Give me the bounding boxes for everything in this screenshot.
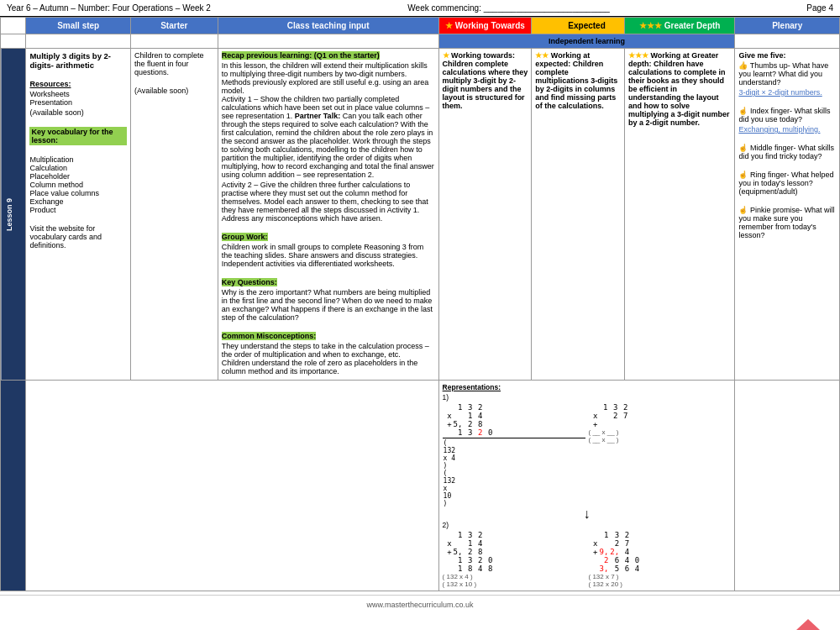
rep1-label: 1) bbox=[443, 393, 732, 402]
indep-header-row: Independent learning bbox=[1, 34, 840, 49]
middle-text: ☝ Middle finger- What skills did you fin… bbox=[738, 144, 836, 160]
smallstep-header: Small step bbox=[26, 18, 131, 34]
misconceptions-text: They understand the steps to take in the… bbox=[222, 342, 435, 375]
rep2-left: 132 x14 +5,28 1320 1848 ( 132 x 4 )( 132… bbox=[443, 531, 585, 588]
logo-icon: Master The Curriculum bbox=[783, 617, 833, 630]
intro-text: In this lesson, the children will extend… bbox=[222, 61, 435, 179]
blank-annot: ( __ x __ )( __ x __ ) bbox=[589, 428, 732, 444]
rep1-left: 132 x14 +5,28 1320 ( 132 x 4 )( 132 x 10… bbox=[443, 403, 585, 507]
expected-header: ★★ Expected bbox=[532, 18, 625, 34]
digit-link: 3-digit × 2-digit numbers. bbox=[738, 88, 836, 97]
working-towards-cell: ★ Working towards: Children complete cal… bbox=[438, 49, 532, 381]
representations-area: Representations: 1) 132 x14 +5,28 1320 bbox=[443, 383, 732, 588]
rep1-area: 132 x14 +5,28 1320 ( 132 x 4 )( 132 x 10… bbox=[443, 403, 732, 507]
calc2-right-annot: ( 132 x 7 )( 132 x 20 ) bbox=[589, 573, 732, 588]
group-work-label: Group Work: bbox=[222, 233, 435, 241]
plenary-header: Plenary bbox=[735, 18, 840, 34]
expected-star: ★★ bbox=[551, 21, 566, 30]
plenary-cell: Give me five: 👍 Thumbs up- What have you… bbox=[735, 49, 840, 381]
expected-label: ★★ Working at expected: Children complet… bbox=[535, 51, 621, 110]
greater-header: ★★★ Greater Depth bbox=[624, 18, 734, 34]
lesson-number: Lesson 9 bbox=[1, 49, 26, 381]
lesson-col-bottom bbox=[1, 381, 26, 591]
rep1-right: 132 x27 + ( __ x __ )( __ x __ ) bbox=[589, 403, 732, 507]
resources-label: Resources: bbox=[29, 80, 127, 88]
visit-text: Visit the website for vocabulary cards a… bbox=[29, 224, 127, 249]
rep-spacer bbox=[26, 381, 438, 591]
starter-available: (Available soon) bbox=[134, 87, 214, 95]
thumbs-text: 👍 Thumbs up- What have you learnt? What … bbox=[738, 61, 836, 87]
starter-header: Starter bbox=[130, 18, 218, 34]
logo-area: Master The Curriculum bbox=[0, 614, 840, 630]
rep2-area: 132 x14 +5,28 1320 1848 ( 132 x 4 )( 132… bbox=[443, 531, 732, 588]
page-header: Year 6 – Autumn – Number: Four Operation… bbox=[0, 0, 840, 17]
key-q-text: Why is the zero important? What numbers … bbox=[222, 288, 435, 322]
activity2-text: Activity 2 – Give the children three fur… bbox=[222, 181, 435, 223]
rep2-label: 2) bbox=[443, 521, 732, 529]
starter-cell: Children to complete the fluent in four … bbox=[130, 49, 218, 381]
recap-highlight: Recap previous learning: (Q1 on the star… bbox=[222, 51, 380, 60]
vocab-list: MultiplicationCalculationPlaceholderColu… bbox=[29, 155, 127, 214]
greater-label: ★★★ Working at Greater depth: Children h… bbox=[628, 51, 731, 127]
ring-text: ☝ Ring finger- What helped you in today'… bbox=[738, 171, 836, 196]
working-star: ★ bbox=[445, 21, 453, 30]
svg-marker-0 bbox=[785, 619, 832, 630]
header-center: Week commencing: _______________________… bbox=[407, 3, 610, 13]
rep2-right: 132 x27 +9,2,4 2640 3,564 ( 132 x 7 )( 1… bbox=[589, 531, 732, 588]
greater-depth-cell: ★★★ Working at Greater depth: Children h… bbox=[624, 49, 734, 381]
available-text: (Available soon) bbox=[29, 108, 127, 117]
indep-header: Independent learning bbox=[438, 34, 735, 49]
plenary-title: Give me five: bbox=[738, 51, 836, 60]
representations-row: Representations: 1) 132 x14 +5,28 1320 bbox=[1, 381, 840, 591]
working-label: ★ Working towards: Children complete cal… bbox=[443, 51, 528, 110]
class-teaching-cell: Recap previous learning: (Q1 on the star… bbox=[218, 49, 438, 381]
calc2-left-annot: ( 132 x 4 )( 132 x 10 ) bbox=[443, 573, 585, 588]
page-wrapper: Year 6 – Autumn – Number: Four Operation… bbox=[0, 0, 840, 630]
key-q-label: Key Questions: bbox=[222, 278, 435, 286]
small-step-cell: Multiply 3 digits by 2-digits- arithmeti… bbox=[26, 49, 131, 381]
group-work-text: Children work in small groups to complet… bbox=[222, 243, 435, 268]
plenary-bottom bbox=[735, 381, 840, 591]
expected-cell: ★★ Working at expected: Children complet… bbox=[532, 49, 625, 381]
greater-star: ★★★ bbox=[639, 21, 662, 30]
working-header: ★ Working Towards bbox=[438, 18, 532, 34]
calc2-right: 132 x27 +9,2,4 2640 3,564 bbox=[589, 531, 641, 573]
page-footer: www.masterthecurriculum.co.uk bbox=[0, 595, 840, 614]
index-link: Exchanging, multiplying. bbox=[738, 125, 836, 134]
rep-label: Representations: bbox=[443, 383, 732, 391]
recap-label: Recap previous learning: (Q1 on the star… bbox=[222, 51, 435, 60]
representations-cell: Representations: 1) 132 x14 +5,28 1320 bbox=[438, 381, 735, 591]
header-left: Year 6 – Autumn – Number: Four Operation… bbox=[7, 3, 211, 13]
partner-talk-label: Partner Talk: bbox=[295, 112, 340, 120]
lesson-title: Multiply 3 digits by 2-digits- arithmeti… bbox=[29, 51, 127, 70]
main-table: Small step Starter Class teaching input … bbox=[0, 17, 840, 591]
calc2-left: 132 x14 +5,28 1320 1848 bbox=[443, 531, 494, 573]
resources-text: WorksheetsPresentation bbox=[29, 90, 127, 107]
column-headers: Small step Starter Class teaching input … bbox=[1, 18, 840, 34]
lesson-col-header bbox=[1, 18, 26, 34]
calc-left: 132 x14 +5,28 1320 bbox=[443, 403, 494, 437]
arrow-down-1: ↓ bbox=[443, 507, 732, 521]
starter-text: Children to complete the fluent in four … bbox=[134, 51, 214, 76]
key-vocab-label: Key vocabulary for the lesson: bbox=[29, 127, 127, 145]
calc-left-annot: ( 132 x 4 )( 132 x 10 ) bbox=[443, 439, 456, 507]
footer-url: www.masterthecurriculum.co.uk bbox=[366, 601, 473, 609]
misconceptions-label: Common Misconceptions: bbox=[222, 332, 435, 340]
header-right: Page 4 bbox=[806, 3, 833, 13]
calc-right: 132 x27 + bbox=[589, 403, 629, 428]
class-header: Class teaching input bbox=[218, 18, 438, 34]
lesson-row: Lesson 9 Multiply 3 digits by 2-digits- … bbox=[1, 49, 840, 381]
index-text: ☝ Index finger- What skills did you use … bbox=[738, 107, 836, 123]
pinkie-text: ☝ Pinkie promise- What will you make sur… bbox=[738, 206, 836, 239]
